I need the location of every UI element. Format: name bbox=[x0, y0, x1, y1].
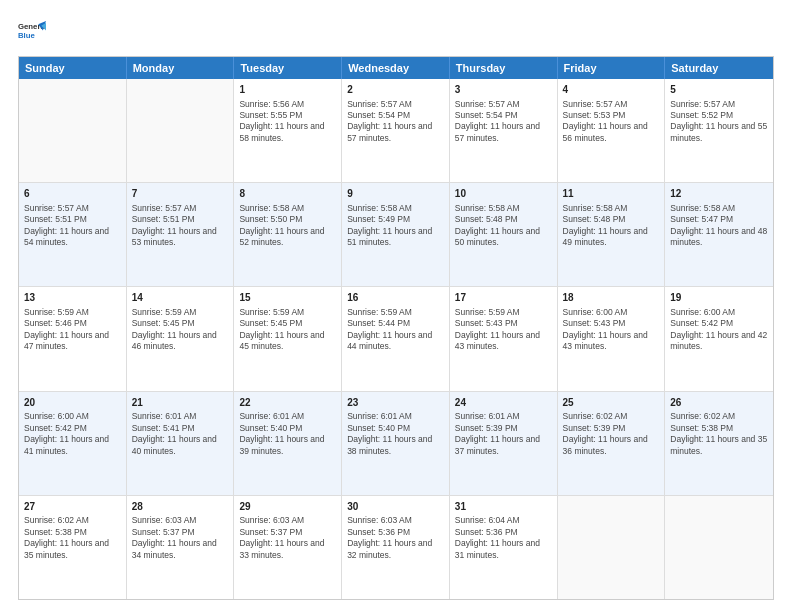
calendar-cell: 12Sunrise: 5:58 AM Sunset: 5:47 PM Dayli… bbox=[665, 183, 773, 286]
day-info: Sunrise: 5:57 AM Sunset: 5:51 PM Dayligh… bbox=[132, 203, 217, 247]
day-info: Sunrise: 5:57 AM Sunset: 5:51 PM Dayligh… bbox=[24, 203, 109, 247]
calendar-cell bbox=[558, 496, 666, 599]
day-number: 11 bbox=[563, 187, 660, 201]
calendar-cell: 8Sunrise: 5:58 AM Sunset: 5:50 PM Daylig… bbox=[234, 183, 342, 286]
calendar-cell: 2Sunrise: 5:57 AM Sunset: 5:54 PM Daylig… bbox=[342, 79, 450, 182]
calendar-cell: 25Sunrise: 6:02 AM Sunset: 5:39 PM Dayli… bbox=[558, 392, 666, 495]
day-info: Sunrise: 6:01 AM Sunset: 5:40 PM Dayligh… bbox=[239, 411, 324, 455]
day-info: Sunrise: 5:57 AM Sunset: 5:52 PM Dayligh… bbox=[670, 99, 767, 143]
logo-icon: General Blue bbox=[18, 18, 46, 46]
weekday-header: Saturday bbox=[665, 57, 773, 79]
day-info: Sunrise: 5:57 AM Sunset: 5:53 PM Dayligh… bbox=[563, 99, 648, 143]
calendar-cell bbox=[127, 79, 235, 182]
day-info: Sunrise: 6:01 AM Sunset: 5:41 PM Dayligh… bbox=[132, 411, 217, 455]
calendar-cell: 4Sunrise: 5:57 AM Sunset: 5:53 PM Daylig… bbox=[558, 79, 666, 182]
logo: General Blue bbox=[18, 18, 46, 46]
day-info: Sunrise: 5:58 AM Sunset: 5:49 PM Dayligh… bbox=[347, 203, 432, 247]
day-number: 6 bbox=[24, 187, 121, 201]
header: General Blue bbox=[18, 18, 774, 46]
calendar-cell: 1Sunrise: 5:56 AM Sunset: 5:55 PM Daylig… bbox=[234, 79, 342, 182]
calendar-row: 27Sunrise: 6:02 AM Sunset: 5:38 PM Dayli… bbox=[19, 496, 773, 599]
calendar-cell: 17Sunrise: 5:59 AM Sunset: 5:43 PM Dayli… bbox=[450, 287, 558, 390]
day-info: Sunrise: 6:04 AM Sunset: 5:36 PM Dayligh… bbox=[455, 515, 540, 559]
day-number: 15 bbox=[239, 291, 336, 305]
day-info: Sunrise: 6:01 AM Sunset: 5:40 PM Dayligh… bbox=[347, 411, 432, 455]
day-number: 17 bbox=[455, 291, 552, 305]
calendar-cell: 15Sunrise: 5:59 AM Sunset: 5:45 PM Dayli… bbox=[234, 287, 342, 390]
calendar-cell: 29Sunrise: 6:03 AM Sunset: 5:37 PM Dayli… bbox=[234, 496, 342, 599]
day-number: 2 bbox=[347, 83, 444, 97]
calendar-cell: 7Sunrise: 5:57 AM Sunset: 5:51 PM Daylig… bbox=[127, 183, 235, 286]
calendar: SundayMondayTuesdayWednesdayThursdayFrid… bbox=[18, 56, 774, 600]
calendar-cell bbox=[19, 79, 127, 182]
day-number: 28 bbox=[132, 500, 229, 514]
day-info: Sunrise: 5:59 AM Sunset: 5:43 PM Dayligh… bbox=[455, 307, 540, 351]
calendar-cell: 22Sunrise: 6:01 AM Sunset: 5:40 PM Dayli… bbox=[234, 392, 342, 495]
calendar-cell: 5Sunrise: 5:57 AM Sunset: 5:52 PM Daylig… bbox=[665, 79, 773, 182]
day-info: Sunrise: 6:00 AM Sunset: 5:43 PM Dayligh… bbox=[563, 307, 648, 351]
calendar-cell: 13Sunrise: 5:59 AM Sunset: 5:46 PM Dayli… bbox=[19, 287, 127, 390]
day-number: 30 bbox=[347, 500, 444, 514]
day-info: Sunrise: 6:00 AM Sunset: 5:42 PM Dayligh… bbox=[670, 307, 767, 351]
day-info: Sunrise: 5:59 AM Sunset: 5:46 PM Dayligh… bbox=[24, 307, 109, 351]
calendar-cell: 30Sunrise: 6:03 AM Sunset: 5:36 PM Dayli… bbox=[342, 496, 450, 599]
day-info: Sunrise: 5:59 AM Sunset: 5:45 PM Dayligh… bbox=[132, 307, 217, 351]
day-info: Sunrise: 6:03 AM Sunset: 5:36 PM Dayligh… bbox=[347, 515, 432, 559]
calendar-cell: 6Sunrise: 5:57 AM Sunset: 5:51 PM Daylig… bbox=[19, 183, 127, 286]
day-info: Sunrise: 6:00 AM Sunset: 5:42 PM Dayligh… bbox=[24, 411, 109, 455]
day-number: 24 bbox=[455, 396, 552, 410]
calendar-cell bbox=[665, 496, 773, 599]
day-number: 20 bbox=[24, 396, 121, 410]
calendar-cell: 11Sunrise: 5:58 AM Sunset: 5:48 PM Dayli… bbox=[558, 183, 666, 286]
day-number: 19 bbox=[670, 291, 768, 305]
day-info: Sunrise: 6:02 AM Sunset: 5:38 PM Dayligh… bbox=[670, 411, 767, 455]
day-number: 26 bbox=[670, 396, 768, 410]
weekday-header: Monday bbox=[127, 57, 235, 79]
calendar-cell: 26Sunrise: 6:02 AM Sunset: 5:38 PM Dayli… bbox=[665, 392, 773, 495]
calendar-cell: 31Sunrise: 6:04 AM Sunset: 5:36 PM Dayli… bbox=[450, 496, 558, 599]
day-number: 21 bbox=[132, 396, 229, 410]
calendar-cell: 27Sunrise: 6:02 AM Sunset: 5:38 PM Dayli… bbox=[19, 496, 127, 599]
day-number: 14 bbox=[132, 291, 229, 305]
day-info: Sunrise: 6:02 AM Sunset: 5:38 PM Dayligh… bbox=[24, 515, 109, 559]
day-info: Sunrise: 5:59 AM Sunset: 5:44 PM Dayligh… bbox=[347, 307, 432, 351]
weekday-header: Thursday bbox=[450, 57, 558, 79]
calendar-cell: 24Sunrise: 6:01 AM Sunset: 5:39 PM Dayli… bbox=[450, 392, 558, 495]
calendar-cell: 23Sunrise: 6:01 AM Sunset: 5:40 PM Dayli… bbox=[342, 392, 450, 495]
day-info: Sunrise: 5:58 AM Sunset: 5:48 PM Dayligh… bbox=[563, 203, 648, 247]
calendar-cell: 10Sunrise: 5:58 AM Sunset: 5:48 PM Dayli… bbox=[450, 183, 558, 286]
calendar-cell: 28Sunrise: 6:03 AM Sunset: 5:37 PM Dayli… bbox=[127, 496, 235, 599]
day-number: 13 bbox=[24, 291, 121, 305]
day-number: 3 bbox=[455, 83, 552, 97]
day-number: 10 bbox=[455, 187, 552, 201]
day-number: 1 bbox=[239, 83, 336, 97]
weekday-header: Tuesday bbox=[234, 57, 342, 79]
calendar-cell: 20Sunrise: 6:00 AM Sunset: 5:42 PM Dayli… bbox=[19, 392, 127, 495]
day-info: Sunrise: 5:58 AM Sunset: 5:50 PM Dayligh… bbox=[239, 203, 324, 247]
day-number: 7 bbox=[132, 187, 229, 201]
day-info: Sunrise: 5:58 AM Sunset: 5:47 PM Dayligh… bbox=[670, 203, 767, 247]
day-number: 16 bbox=[347, 291, 444, 305]
calendar-cell: 9Sunrise: 5:58 AM Sunset: 5:49 PM Daylig… bbox=[342, 183, 450, 286]
day-number: 5 bbox=[670, 83, 768, 97]
day-info: Sunrise: 5:57 AM Sunset: 5:54 PM Dayligh… bbox=[347, 99, 432, 143]
calendar-row: 1Sunrise: 5:56 AM Sunset: 5:55 PM Daylig… bbox=[19, 79, 773, 183]
calendar-cell: 14Sunrise: 5:59 AM Sunset: 5:45 PM Dayli… bbox=[127, 287, 235, 390]
day-info: Sunrise: 5:59 AM Sunset: 5:45 PM Dayligh… bbox=[239, 307, 324, 351]
weekday-header: Friday bbox=[558, 57, 666, 79]
weekday-header: Wednesday bbox=[342, 57, 450, 79]
calendar-cell: 3Sunrise: 5:57 AM Sunset: 5:54 PM Daylig… bbox=[450, 79, 558, 182]
calendar-cell: 21Sunrise: 6:01 AM Sunset: 5:41 PM Dayli… bbox=[127, 392, 235, 495]
calendar-row: 13Sunrise: 5:59 AM Sunset: 5:46 PM Dayli… bbox=[19, 287, 773, 391]
day-number: 22 bbox=[239, 396, 336, 410]
calendar-cell: 16Sunrise: 5:59 AM Sunset: 5:44 PM Dayli… bbox=[342, 287, 450, 390]
day-number: 18 bbox=[563, 291, 660, 305]
day-info: Sunrise: 5:57 AM Sunset: 5:54 PM Dayligh… bbox=[455, 99, 540, 143]
calendar-header: SundayMondayTuesdayWednesdayThursdayFrid… bbox=[19, 57, 773, 79]
day-info: Sunrise: 6:03 AM Sunset: 5:37 PM Dayligh… bbox=[132, 515, 217, 559]
day-number: 29 bbox=[239, 500, 336, 514]
day-number: 23 bbox=[347, 396, 444, 410]
day-number: 4 bbox=[563, 83, 660, 97]
day-number: 8 bbox=[239, 187, 336, 201]
weekday-header: Sunday bbox=[19, 57, 127, 79]
